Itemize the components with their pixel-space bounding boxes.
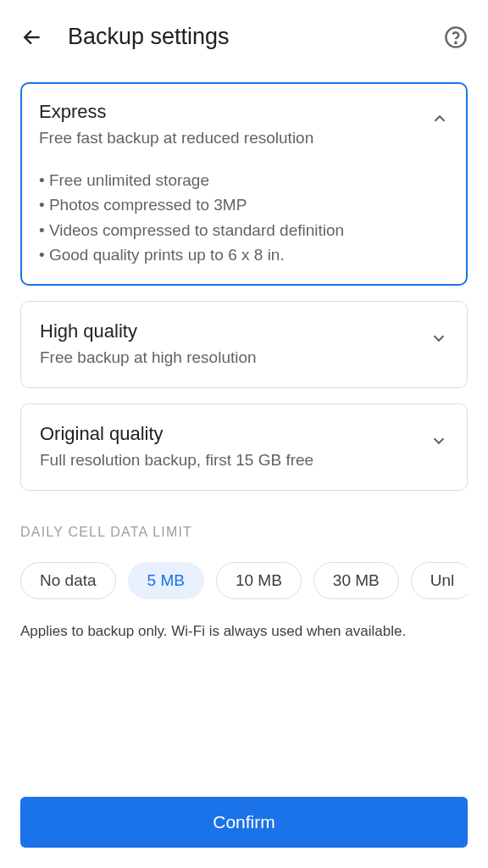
- option-express[interactable]: Express Free fast backup at reduced reso…: [20, 82, 468, 286]
- svg-point-2: [455, 42, 456, 42]
- help-circle-icon: [444, 25, 468, 49]
- confirm-button[interactable]: Confirm: [20, 797, 468, 848]
- option-title: High quality: [40, 320, 419, 342]
- chip-5mb[interactable]: 5 MB: [128, 562, 204, 599]
- data-limit-caption: Applies to backup only. Wi-Fi is always …: [20, 621, 468, 642]
- chip-30mb[interactable]: 30 MB: [313, 562, 399, 599]
- data-limit-chips: No data 5 MB 10 MB 30 MB Unl: [20, 562, 468, 599]
- bullet-item: • Photos compressed to 3MP: [39, 192, 449, 217]
- bullet-item: • Videos compressed to standard definiti…: [39, 218, 449, 242]
- chevron-up-icon: [430, 109, 449, 131]
- option-subtitle: Full resolution backup, first 15 GB free: [40, 450, 419, 471]
- option-subtitle: Free fast backup at reduced resolution: [39, 128, 420, 149]
- chevron-down-icon: [430, 329, 448, 351]
- chevron-down-icon: [430, 431, 448, 453]
- option-title: Express: [39, 101, 420, 123]
- option-bullets: • Free unlimited storage • Photos compre…: [39, 168, 449, 268]
- back-button[interactable]: [20, 25, 44, 49]
- chip-unlimited[interactable]: Unl: [411, 562, 468, 599]
- option-original-quality[interactable]: Original quality Full resolution backup,…: [20, 403, 468, 491]
- arrow-left-icon: [21, 26, 43, 48]
- option-title: Original quality: [40, 423, 419, 445]
- help-button[interactable]: [444, 25, 468, 49]
- bullet-item: • Free unlimited storage: [39, 168, 449, 192]
- option-subtitle: Free backup at high resolution: [40, 348, 419, 369]
- bullet-item: • Good quality prints up to 6 x 8 in.: [39, 242, 449, 267]
- chip-no-data[interactable]: No data: [20, 562, 116, 599]
- chip-10mb[interactable]: 10 MB: [216, 562, 302, 599]
- page-title: Backup settings: [68, 24, 444, 50]
- option-high-quality[interactable]: High quality Free backup at high resolut…: [20, 301, 468, 388]
- section-label-data-limit: DAILY CELL DATA LIMIT: [20, 525, 468, 540]
